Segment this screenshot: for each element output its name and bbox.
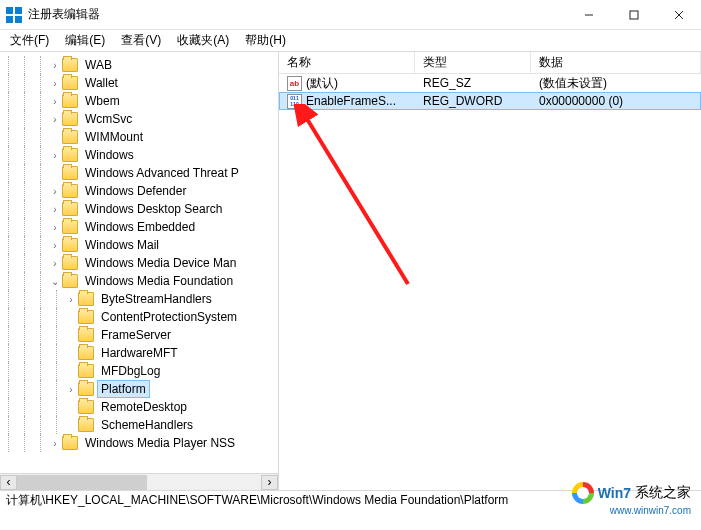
expand-icon[interactable]: › xyxy=(48,96,62,107)
expand-icon[interactable]: › xyxy=(48,78,62,89)
tree-item[interactable]: ›Windows Embedded xyxy=(0,218,278,236)
expand-icon[interactable]: › xyxy=(48,438,62,449)
menu-favorites[interactable]: 收藏夹(A) xyxy=(171,30,235,51)
tree-item[interactable]: FrameServer xyxy=(0,326,278,344)
folder-icon xyxy=(62,166,78,180)
folder-icon xyxy=(62,238,78,252)
tree-item-label: ByteStreamHandlers xyxy=(98,291,215,307)
window-title: 注册表编辑器 xyxy=(28,6,100,23)
expand-icon[interactable]: › xyxy=(64,384,78,395)
folder-icon xyxy=(62,436,78,450)
tree-item[interactable]: ›WAB xyxy=(0,56,278,74)
menu-view[interactable]: 查看(V) xyxy=(115,30,167,51)
expand-icon[interactable]: › xyxy=(48,60,62,71)
values-list[interactable]: ab(默认)REG_SZ(数值未设置)011 110EnableFrameS..… xyxy=(279,74,701,490)
menu-help[interactable]: 帮助(H) xyxy=(239,30,292,51)
horizontal-scrollbar[interactable]: ‹ › xyxy=(0,473,278,490)
tree-item[interactable]: ›Platform xyxy=(0,380,278,398)
expand-icon[interactable]: › xyxy=(48,240,62,251)
value-name: EnableFrameS... xyxy=(306,94,396,108)
tree-item-label: ContentProtectionSystem xyxy=(98,309,240,325)
tree-item[interactable]: WIMMount xyxy=(0,128,278,146)
tree-item-label: Windows Media Device Man xyxy=(82,255,239,271)
folder-icon xyxy=(78,364,94,378)
expand-icon[interactable]: › xyxy=(48,204,62,215)
status-path: 计算机\HKEY_LOCAL_MACHINE\SOFTWARE\Microsof… xyxy=(6,492,508,509)
tree-item[interactable]: ContentProtectionSystem xyxy=(0,308,278,326)
column-data[interactable]: 数据 xyxy=(531,52,701,73)
expand-icon[interactable]: › xyxy=(48,222,62,233)
tree-item-label: WcmSvc xyxy=(82,111,135,127)
string-value-icon: ab xyxy=(287,76,302,91)
tree-item-label: Windows Embedded xyxy=(82,219,198,235)
tree-item[interactable]: ›ByteStreamHandlers xyxy=(0,290,278,308)
menu-edit[interactable]: 编辑(E) xyxy=(59,30,111,51)
tree-item-label: Windows Media Foundation xyxy=(82,273,236,289)
menu-file[interactable]: 文件(F) xyxy=(4,30,55,51)
values-pane: 名称 类型 数据 ab(默认)REG_SZ(数值未设置)011 110Enabl… xyxy=(279,52,701,490)
tree-item[interactable]: ›Windows xyxy=(0,146,278,164)
window-controls xyxy=(566,0,701,29)
tree-item-label: Windows Mail xyxy=(82,237,162,253)
tree-item[interactable]: ›Wbem xyxy=(0,92,278,110)
menubar: 文件(F) 编辑(E) 查看(V) 收藏夹(A) 帮助(H) xyxy=(0,30,701,52)
value-data: 0x00000000 (0) xyxy=(531,92,701,110)
folder-icon xyxy=(62,76,78,90)
tree-item[interactable]: ›Windows Media Device Man xyxy=(0,254,278,272)
tree-item[interactable]: ›Windows Media Player NSS xyxy=(0,434,278,452)
folder-icon xyxy=(62,148,78,162)
tree-item-label: FrameServer xyxy=(98,327,174,343)
tree-pane: ›WAB›Wallet›Wbem›WcmSvcWIMMount›WindowsW… xyxy=(0,52,279,490)
tree-item-label: MFDbgLog xyxy=(98,363,163,379)
folder-icon xyxy=(62,274,78,288)
folder-icon xyxy=(78,310,94,324)
folder-icon xyxy=(78,418,94,432)
expand-icon[interactable]: › xyxy=(48,258,62,269)
value-row[interactable]: 011 110EnableFrameS...REG_DWORD0x0000000… xyxy=(279,92,701,110)
tree-item[interactable]: ›Windows Mail xyxy=(0,236,278,254)
value-data: (数值未设置) xyxy=(531,74,701,92)
close-button[interactable] xyxy=(656,0,701,29)
minimize-button[interactable] xyxy=(566,0,611,29)
value-row[interactable]: ab(默认)REG_SZ(数值未设置) xyxy=(279,74,701,92)
folder-icon xyxy=(62,184,78,198)
expand-icon[interactable]: › xyxy=(64,294,78,305)
tree-item-label: Platform xyxy=(98,381,149,397)
scroll-left-button[interactable]: ‹ xyxy=(0,475,17,490)
scroll-thumb[interactable] xyxy=(17,475,147,490)
scroll-right-button[interactable]: › xyxy=(261,475,278,490)
column-name[interactable]: 名称 xyxy=(279,52,415,73)
collapse-icon[interactable]: ⌄ xyxy=(48,276,62,287)
tree-item-label: Wallet xyxy=(82,75,121,91)
tree-item-label: WAB xyxy=(82,57,115,73)
tree-item-label: Windows Desktop Search xyxy=(82,201,225,217)
tree-item[interactable]: ›WcmSvc xyxy=(0,110,278,128)
tree-item[interactable]: ⌄Windows Media Foundation xyxy=(0,272,278,290)
maximize-button[interactable] xyxy=(611,0,656,29)
app-icon xyxy=(6,7,22,23)
folder-icon xyxy=(62,58,78,72)
registry-tree[interactable]: ›WAB›Wallet›Wbem›WcmSvcWIMMount›WindowsW… xyxy=(0,52,278,472)
folder-icon xyxy=(78,346,94,360)
tree-item-label: RemoteDesktop xyxy=(98,399,190,415)
tree-item[interactable]: Windows Advanced Threat P xyxy=(0,164,278,182)
folder-icon xyxy=(78,328,94,342)
folder-icon xyxy=(62,256,78,270)
folder-icon xyxy=(62,130,78,144)
tree-item[interactable]: ›Windows Defender xyxy=(0,182,278,200)
expand-icon[interactable]: › xyxy=(48,150,62,161)
tree-item-label: Windows Defender xyxy=(82,183,189,199)
tree-item-label: Wbem xyxy=(82,93,123,109)
column-type[interactable]: 类型 xyxy=(415,52,531,73)
expand-icon[interactable]: › xyxy=(48,114,62,125)
folder-icon xyxy=(62,202,78,216)
tree-item[interactable]: ›Wallet xyxy=(0,74,278,92)
tree-item[interactable]: SchemeHandlers xyxy=(0,416,278,434)
scroll-track[interactable] xyxy=(17,475,261,490)
expand-icon[interactable]: › xyxy=(48,186,62,197)
tree-item[interactable]: ›Windows Desktop Search xyxy=(0,200,278,218)
tree-item[interactable]: RemoteDesktop xyxy=(0,398,278,416)
value-type: REG_SZ xyxy=(415,74,531,92)
tree-item[interactable]: HardwareMFT xyxy=(0,344,278,362)
tree-item[interactable]: MFDbgLog xyxy=(0,362,278,380)
